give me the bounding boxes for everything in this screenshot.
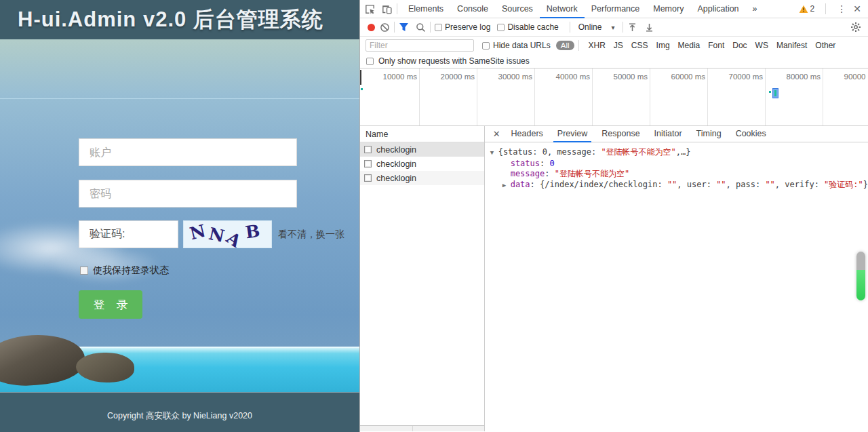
request-row[interactable]: checklogin: [360, 171, 484, 185]
captcha-letter: A: [223, 228, 245, 248]
json-root-line[interactable]: ▼{status: 0, message: "登陆帐号不能为空",…}: [490, 147, 868, 159]
tab-memory[interactable]: Memory: [646, 0, 690, 18]
json-string: "登陆帐号不能为空": [555, 169, 629, 178]
type-filter-xhr[interactable]: XHR: [589, 41, 606, 50]
tab-preview[interactable]: Preview: [553, 126, 591, 142]
requests-column: Name checklogin checklogin checklogin: [360, 126, 485, 431]
tab-response[interactable]: Response: [597, 126, 644, 142]
tree-expanded-icon[interactable]: ▼: [490, 148, 498, 159]
request-row[interactable]: checklogin: [360, 142, 484, 157]
hide-data-urls-label: Hide data URLs: [493, 41, 551, 50]
type-filter-js[interactable]: JS: [614, 41, 623, 50]
login-body: N N A B 看不清，换一张 使我保持登录状态 登 录: [0, 39, 359, 392]
filter-input[interactable]: [366, 39, 474, 52]
password-input[interactable]: [79, 180, 297, 208]
tab-headers[interactable]: Headers: [507, 126, 547, 142]
warnings-badge[interactable]: 2: [799, 4, 815, 14]
disable-cache-checkbox[interactable]: [497, 24, 505, 31]
tab-console[interactable]: Console: [450, 0, 495, 18]
scroll-indicator[interactable]: [856, 252, 865, 300]
record-button[interactable]: [368, 24, 375, 31]
json-key: message: [511, 169, 545, 178]
login-footer: Copyright 高安联众 by NieLiang v2020: [0, 392, 359, 432]
keep-login-checkbox[interactable]: [80, 267, 88, 275]
timeline-tick: 80000 ms: [766, 73, 821, 81]
tab-sources[interactable]: Sources: [495, 0, 540, 18]
close-detail-icon[interactable]: ✕: [493, 129, 500, 139]
filter-row: Hide data URLs All XHR JS CSS Img Media …: [360, 37, 868, 54]
json-string: "登陆帐号不能为空": [601, 147, 675, 157]
tree-collapsed-icon[interactable]: ▶: [502, 180, 511, 191]
captcha-image[interactable]: N N A B: [183, 220, 272, 248]
json-text: {status: 0, message:: [498, 147, 601, 157]
devtools-tabbar: Elements Console Sources Network Perform…: [360, 0, 868, 18]
json-text: ,…}: [676, 147, 691, 157]
timeline-tick: 50000 ms: [593, 73, 648, 81]
scroll-indicator-track: [856, 252, 865, 270]
tab-initiator[interactable]: Initiator: [650, 126, 686, 142]
captcha-letter: N: [188, 221, 208, 244]
search-icon[interactable]: [416, 22, 426, 33]
more-tabs-chevron[interactable]: »: [746, 0, 764, 18]
timeline-tick: 30000 ms: [478, 73, 532, 81]
ruler-edge-mark: [360, 70, 361, 85]
inspect-element-icon[interactable]: [364, 3, 376, 15]
request-row[interactable]: checklogin: [360, 157, 484, 171]
preserve-log-checkbox[interactable]: [435, 24, 442, 31]
request-detail-pane: ✕ Headers Preview Response Initiator Tim…: [485, 126, 868, 431]
warning-icon: [799, 5, 808, 14]
type-filter-css[interactable]: CSS: [631, 41, 648, 50]
login-button[interactable]: 登 录: [79, 290, 142, 319]
type-filter-img[interactable]: Img: [656, 41, 670, 50]
type-filter-other[interactable]: Other: [815, 41, 835, 50]
tab-network[interactable]: Network: [540, 0, 585, 18]
account-input[interactable]: [79, 138, 297, 166]
json-string: "验证码:": [824, 180, 863, 189]
xhr-file-icon: [364, 160, 372, 168]
page-title: H-ui.Admin v2.0 后台管理系统: [18, 5, 323, 34]
filter-icon[interactable]: [399, 22, 409, 32]
type-filter-doc[interactable]: Doc: [732, 41, 747, 50]
device-toolbar-icon[interactable]: [381, 3, 393, 15]
request-name: checklogin: [376, 159, 416, 169]
json-data-line[interactable]: ▶data: {/index/index/checklogin: "", use…: [490, 180, 868, 191]
type-filter-media[interactable]: Media: [678, 41, 701, 50]
samesite-checkbox[interactable]: [366, 58, 374, 65]
requests-summary-bar: [360, 425, 484, 431]
separator: [570, 22, 570, 33]
detail-tabbar: ✕ Headers Preview Response Initiator Tim…: [485, 126, 868, 142]
export-har-icon[interactable]: [644, 22, 654, 33]
clear-icon[interactable]: [380, 22, 390, 33]
type-filter-font[interactable]: Font: [708, 41, 724, 50]
timeline-overview[interactable]: 10000 ms 20000 ms 30000 ms 40000 ms 5000…: [360, 68, 868, 126]
network-settings-gear-icon[interactable]: [850, 22, 861, 33]
tab-cookies[interactable]: Cookies: [732, 126, 770, 142]
type-filter-all[interactable]: All: [556, 41, 574, 50]
type-filter-manifest[interactable]: Manifest: [776, 41, 807, 50]
tab-application[interactable]: Application: [690, 0, 745, 18]
request-marker-bar[interactable]: [772, 88, 778, 98]
name-column-header[interactable]: Name: [360, 126, 484, 142]
throttling-dropdown[interactable]: Online ▾: [578, 22, 615, 32]
devtools-close-icon[interactable]: ✕: [853, 3, 861, 14]
throttling-value: Online: [578, 22, 602, 32]
captcha-refresh-link[interactable]: 看不清，换一张: [278, 229, 344, 241]
tab-performance[interactable]: Performance: [585, 0, 647, 18]
timeline-gridline: [534, 68, 535, 125]
tab-timing[interactable]: Timing: [692, 126, 726, 142]
import-har-icon[interactable]: [627, 22, 637, 33]
devtools-menu-icon[interactable]: ⋮: [837, 3, 846, 14]
separator: [412, 426, 413, 431]
tab-elements[interactable]: Elements: [401, 0, 450, 18]
type-filters: XHR JS CSS Img Media Font Doc WS Manifes…: [585, 41, 840, 50]
separator: [623, 22, 623, 33]
timeline-tick: 70000 ms: [709, 73, 763, 81]
keep-login-row: 使我保持登录状态: [80, 264, 169, 277]
type-filter-ws[interactable]: WS: [755, 41, 768, 50]
separator: [825, 3, 826, 14]
timeline-gridline: [823, 68, 823, 125]
hide-data-urls-checkbox[interactable]: [482, 42, 490, 50]
chevron-down-icon: ▾: [611, 24, 614, 31]
captcha-input[interactable]: [79, 220, 178, 248]
json-string: "": [765, 180, 774, 189]
